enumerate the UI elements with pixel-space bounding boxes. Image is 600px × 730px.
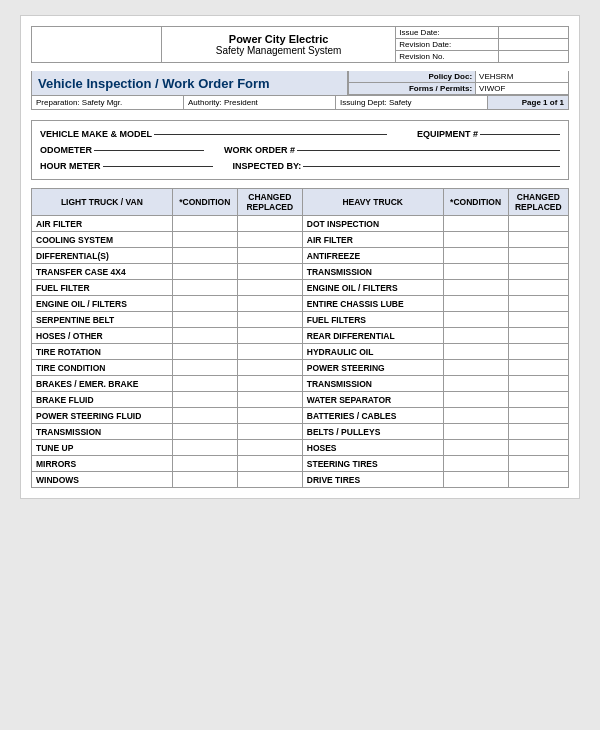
- odometer-line: [94, 150, 204, 151]
- odometer-row: ODOMETER WORK ORDER #: [40, 145, 560, 155]
- light-item: BRAKES / EMER. BRAKE: [32, 376, 173, 392]
- table-row: ENGINE OIL / FILTERSENTIRE CHASSIS LUBE: [32, 296, 569, 312]
- inspected-by-line: [303, 166, 560, 167]
- heavy-condition: [443, 312, 508, 328]
- heavy-changed: [508, 216, 568, 232]
- heavy-item: WATER SEPARATOR: [302, 392, 443, 408]
- heavy-item: BATTERIES / CABLES: [302, 408, 443, 424]
- revision-no-value: [499, 51, 569, 63]
- make-model-row: VEHICLE MAKE & MODEL EQUIPMENT #: [40, 129, 560, 139]
- light-item: TRANSMISSION: [32, 424, 173, 440]
- light-condition: [172, 296, 237, 312]
- make-model-label: VEHICLE MAKE & MODEL: [40, 129, 152, 139]
- heavy-changed: [508, 392, 568, 408]
- th-light-truck: LIGHT TRUCK / VAN: [32, 189, 173, 216]
- heavy-condition: [443, 296, 508, 312]
- issue-date-label: Issue Date:: [396, 27, 499, 39]
- light-item: BRAKE FLUID: [32, 392, 173, 408]
- heavy-item: ENTIRE CHASSIS LUBE: [302, 296, 443, 312]
- inspected-by-label: INSPECTED BY:: [233, 161, 302, 171]
- heavy-condition: [443, 248, 508, 264]
- heavy-condition: [443, 424, 508, 440]
- table-row: MIRRORSSTEERING TIRES: [32, 456, 569, 472]
- org-name-cell: Power City Electric Safety Management Sy…: [162, 27, 396, 63]
- vehicle-info-section: VEHICLE MAKE & MODEL EQUIPMENT # ODOMETE…: [31, 120, 569, 180]
- light-condition: [172, 440, 237, 456]
- light-changed: [237, 328, 302, 344]
- light-item: MIRRORS: [32, 456, 173, 472]
- table-row: TRANSMISSIONBELTS / PULLEYS: [32, 424, 569, 440]
- policy-doc-value: VEHSRM: [476, 71, 568, 83]
- light-condition: [172, 472, 237, 488]
- heavy-changed: [508, 296, 568, 312]
- light-changed: [237, 296, 302, 312]
- table-row: COOLING SYSTEMAIR FILTER: [32, 232, 569, 248]
- table-row: TUNE UPHOSES: [32, 440, 569, 456]
- hour-meter-row: HOUR METER INSPECTED BY:: [40, 161, 560, 171]
- light-changed: [237, 280, 302, 296]
- heavy-condition: [443, 392, 508, 408]
- heavy-item: DOT INSPECTION: [302, 216, 443, 232]
- heavy-item: TRANSMISSION: [302, 376, 443, 392]
- heavy-condition: [443, 360, 508, 376]
- heavy-condition: [443, 264, 508, 280]
- th-changed-replaced: CHANGED REPLACED: [237, 189, 302, 216]
- light-item: TUNE UP: [32, 440, 173, 456]
- th-heavy-truck: HEAVY TRUCK: [302, 189, 443, 216]
- light-item: TIRE ROTATION: [32, 344, 173, 360]
- table-row: TRANSFER CASE 4X4TRANSMISSION: [32, 264, 569, 280]
- heavy-condition: [443, 344, 508, 360]
- forms-value: VIWOF: [476, 83, 568, 95]
- th-heavy-condition: *CONDITION: [443, 189, 508, 216]
- light-condition: [172, 424, 237, 440]
- light-condition: [172, 232, 237, 248]
- light-changed: [237, 408, 302, 424]
- table-row: BRAKE FLUIDWATER SEPARATOR: [32, 392, 569, 408]
- light-item: TRANSFER CASE 4X4: [32, 264, 173, 280]
- light-item: TIRE CONDITION: [32, 360, 173, 376]
- heavy-condition: [443, 232, 508, 248]
- light-condition: [172, 248, 237, 264]
- table-row: POWER STEERING FLUIDBATTERIES / CABLES: [32, 408, 569, 424]
- heavy-changed: [508, 456, 568, 472]
- light-condition: [172, 344, 237, 360]
- light-changed: [237, 248, 302, 264]
- light-condition: [172, 264, 237, 280]
- preparation-label: Preparation: Safety Mgr.: [32, 96, 184, 109]
- heavy-item: HYDRAULIC OIL: [302, 344, 443, 360]
- table-row: TIRE ROTATIONHYDRAULIC OIL: [32, 344, 569, 360]
- equipment-line: [480, 134, 560, 135]
- light-condition: [172, 328, 237, 344]
- heavy-condition: [443, 216, 508, 232]
- heavy-condition: [443, 408, 508, 424]
- authority-label: Authority: President: [184, 96, 336, 109]
- th-condition: *CONDITION: [172, 189, 237, 216]
- form-title: Vehicle Inspection / Work Order Form: [32, 71, 348, 95]
- light-item: POWER STEERING FLUID: [32, 408, 173, 424]
- heavy-changed: [508, 376, 568, 392]
- light-condition: [172, 408, 237, 424]
- heavy-condition: [443, 440, 508, 456]
- light-condition: [172, 360, 237, 376]
- heavy-item: HOSES: [302, 440, 443, 456]
- footer-row: Preparation: Safety Mgr. Authority: Pres…: [31, 96, 569, 110]
- light-item: AIR FILTER: [32, 216, 173, 232]
- heavy-changed: [508, 440, 568, 456]
- hour-meter-line: [103, 166, 213, 167]
- light-changed: [237, 376, 302, 392]
- org-name: Power City Electric: [166, 33, 391, 45]
- page: Power City Electric Safety Management Sy…: [20, 15, 580, 499]
- org-subtitle: Safety Management System: [166, 45, 391, 56]
- light-item: ENGINE OIL / FILTERS: [32, 296, 173, 312]
- heavy-condition: [443, 280, 508, 296]
- light-changed: [237, 232, 302, 248]
- light-changed: [237, 472, 302, 488]
- table-row: BRAKES / EMER. BRAKETRANSMISSION: [32, 376, 569, 392]
- light-changed: [237, 424, 302, 440]
- heavy-item: DRIVE TIRES: [302, 472, 443, 488]
- light-item: DIFFERENTIAL(S): [32, 248, 173, 264]
- heavy-changed: [508, 248, 568, 264]
- make-model-line: [154, 134, 387, 135]
- light-item: FUEL FILTER: [32, 280, 173, 296]
- revision-no-label: Revision No.: [396, 51, 499, 63]
